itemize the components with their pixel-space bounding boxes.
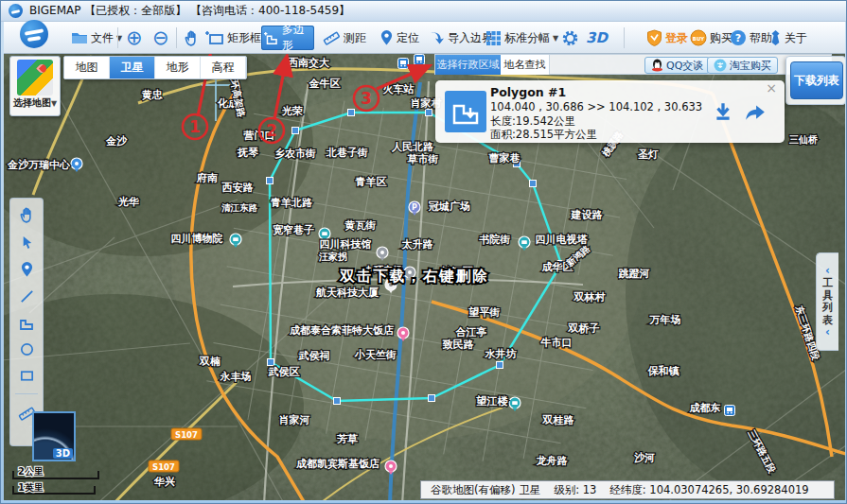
polygon-tool-icon[interactable] — [18, 315, 35, 331]
tab-map[interactable]: 地图 — [64, 57, 110, 78]
polygon-vertex-handle[interactable] — [426, 110, 432, 116]
title-bar: BIGEMAP 【已授权：全部版】 【咨询电话：400-118-5459】 — [1, 1, 847, 22]
line-tool-icon[interactable] — [19, 288, 35, 304]
download-polygon-button[interactable] — [713, 101, 733, 125]
map-label: 人民北路 — [391, 141, 433, 153]
map-viewport[interactable]: P S107S107 黄忠化成金牛区西南交大光荣营门口火车站肖家村二环高架路人民… — [4, 54, 845, 500]
map-label: 书院街 — [479, 233, 511, 246]
polygon-vertex-handle[interactable] — [497, 362, 503, 369]
road-badge: S107 — [149, 461, 179, 472]
map-label: 龙舟路 — [536, 455, 568, 467]
3d-thumbnail-label: 3D — [53, 448, 73, 459]
map-label: 四川博物院 — [171, 232, 223, 245]
tab-place-search[interactable]: 地名查找 — [501, 55, 550, 75]
tool-list-strip[interactable]: ‹ 工具列表 ‹ — [816, 252, 838, 351]
login-button[interactable]: 登录 — [644, 26, 691, 50]
map-label: 水井坊 — [485, 348, 518, 360]
zoom-in-button[interactable]: ⊕ — [123, 26, 146, 50]
marker-pin-icon[interactable] — [20, 261, 34, 278]
map-label: 双桂路 — [542, 414, 574, 426]
map-label: 成都凯宾斯基饭店 — [295, 458, 380, 470]
polygon-info-panel: Polygon #1 104.040 , 30.686 >> 104.102 ,… — [435, 80, 785, 143]
qq-chat-button[interactable]: QQ交谈 — [644, 57, 710, 74]
map-label: 太升路 — [401, 238, 433, 251]
tie-icon — [769, 29, 782, 46]
map-chooser-label: 选择地图 — [13, 97, 51, 108]
map-label: 万年场 — [649, 314, 681, 326]
dropdown-caret-icon: ▼ — [51, 99, 57, 108]
status-map-source: 谷歌地图(有偏移) 卫星 — [431, 483, 540, 497]
map-label: 清江东路 — [221, 202, 258, 213]
standard-sheet-button[interactable]: 标准分幅 ▼ — [483, 26, 561, 50]
poi-metro-icon[interactable] — [415, 55, 425, 65]
polygon-range: 104.040 , 30.686 >> 104.102 , 30.633 — [490, 100, 702, 113]
tool-list-label: 工 — [822, 277, 833, 289]
tool-list-label: 具 — [822, 289, 833, 302]
map-label: 华兴 — [153, 476, 175, 488]
status-bar: 谷歌地图(有偏移) 卫星 级别: 13 经纬度: 104.03074265, 3… — [420, 480, 835, 499]
map-label: 金沙万瑞中心 — [7, 159, 71, 171]
map-label: 建设路 — [571, 209, 603, 221]
select-cursor-icon[interactable] — [19, 235, 35, 251]
polygon-vertex-handle[interactable] — [267, 178, 274, 184]
taobao-buy-button[interactable]: 淘宝购买 — [707, 57, 778, 74]
map-label: 冠城广场 — [428, 200, 470, 213]
locate-button[interactable]: 定位 — [377, 26, 422, 50]
map-label: 西安路 — [221, 182, 254, 194]
status-latlon-label: 经纬度: — [609, 483, 645, 496]
tab-satellite[interactable]: 卫星 — [110, 57, 155, 78]
map-label: 沙河 — [634, 452, 655, 464]
map-label: 乡农市街 — [274, 148, 316, 160]
map-label: 武侯区 — [268, 366, 300, 378]
measure-button[interactable]: 测距 — [319, 26, 369, 50]
polygon-tool-button[interactable]: 多边形 — [261, 26, 314, 50]
poi-metro-icon[interactable] — [725, 406, 735, 416]
buy-coin-icon: BUY — [690, 29, 707, 46]
rect-tool-icon[interactable] — [19, 368, 35, 383]
about-button[interactable]: 关于 — [767, 26, 810, 50]
map-label: 圣灯 — [637, 148, 659, 161]
status-latlon-value: 104.03074265, 30.69284019 — [649, 483, 808, 496]
tutorial-step-number: 1 — [189, 117, 201, 136]
qq-penguin-icon — [651, 59, 663, 72]
main-toolbar: 文件 ▼ ⊕ ⊖ 矩形框 多边形 测距 定位 导入边界 — [4, 22, 845, 54]
map-source-chooser[interactable]: 选择地图▼ — [9, 56, 61, 116]
map-label: 小天竺街 — [354, 349, 397, 361]
3d-preview-thumbnail[interactable]: 3D — [32, 411, 76, 461]
tab-terrain[interactable]: 地形 — [155, 57, 201, 78]
map-hint-text: 双击下载，右键删除 — [339, 268, 489, 285]
download-list-button[interactable]: 下载列表 — [790, 61, 843, 99]
polygon-vertex-handle[interactable] — [429, 395, 435, 402]
poi-metro-icon[interactable] — [398, 59, 409, 69]
pan-tool-button[interactable] — [180, 26, 203, 50]
tutorial-step-number: 3 — [361, 89, 372, 108]
close-icon[interactable]: × — [766, 81, 777, 95]
chevron-left-icon: ‹ — [825, 266, 830, 276]
polygon-vertex-handle[interactable] — [530, 181, 537, 187]
pan-hand-icon[interactable] — [18, 206, 36, 224]
draw-tool-rail — [9, 198, 44, 446]
download-icon — [713, 101, 733, 122]
map-label: 四川科技馆 — [320, 238, 372, 251]
3d-mode-button[interactable]: 3D — [583, 26, 610, 50]
share-polygon-button[interactable] — [744, 101, 767, 125]
ruler-icon — [322, 29, 341, 46]
polygon-vertex-handle[interactable] — [292, 128, 299, 134]
tab-elevation[interactable]: 高程 — [201, 57, 246, 78]
polygon-vertex-handle[interactable] — [268, 359, 274, 366]
rect-select-button[interactable]: 矩形框 — [203, 26, 264, 50]
tab-select-region[interactable]: 选择行政区域 — [435, 55, 501, 75]
polygon-vertex-handle[interactable] — [348, 110, 355, 116]
svg-text:S107: S107 — [175, 430, 198, 440]
map-label: 永丰场 — [220, 371, 252, 383]
map-label: 四川电视塔 — [536, 234, 589, 246]
download-list-panel: 下载列表 — [785, 56, 845, 105]
map-label: 光华 — [117, 196, 139, 208]
settings-button[interactable] — [558, 26, 582, 50]
map-label: 成都东 — [689, 402, 721, 414]
circle-tool-icon[interactable] — [19, 341, 35, 357]
layer-tabs: 地图卫星地形高程 — [63, 56, 247, 79]
map-label: 双桥子 — [568, 322, 600, 335]
polygon-vertex-handle[interactable] — [334, 398, 341, 405]
zoom-out-button[interactable]: ⊖ — [150, 26, 172, 50]
